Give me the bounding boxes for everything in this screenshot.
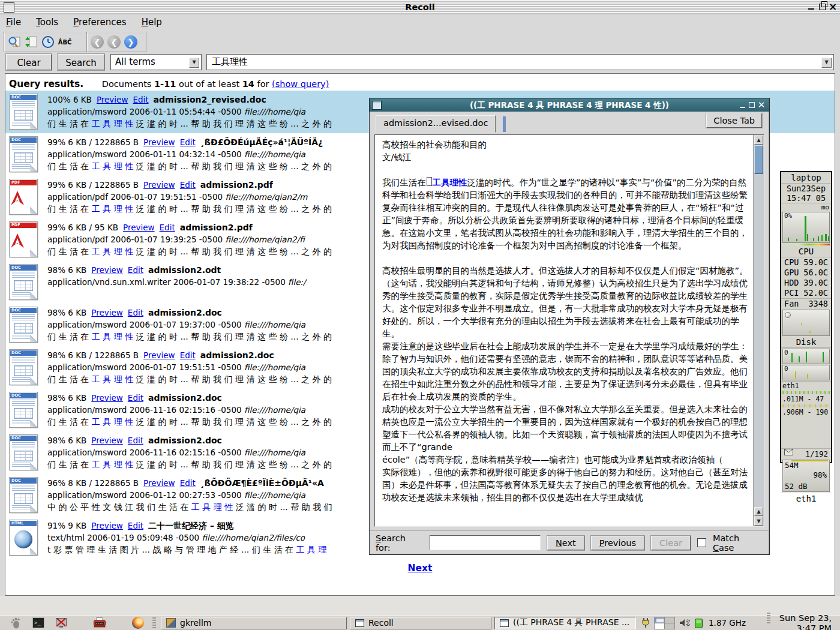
first-page-icon[interactable]: ❮: [89, 34, 106, 50]
firefox-icon[interactable]: [131, 616, 145, 629]
result-filename: admission2.doc: [200, 350, 274, 360]
close-button[interactable]: ×: [828, 2, 838, 12]
gkrellm-hostname: laptop: [781, 172, 831, 184]
preview-minimize-button[interactable]: [737, 102, 747, 108]
edit-link[interactable]: Edit: [180, 478, 196, 488]
power-plug-icon[interactable]: [641, 617, 650, 628]
preview-titlebar[interactable]: ((工 PHRASE 4 具 PHRASE 4 理 PHRASE 4 性)) ✕: [370, 98, 769, 112]
mem-used: 54M: [785, 461, 799, 470]
edit-link[interactable]: Edit: [180, 180, 196, 190]
search-mode-combo[interactable]: All terms ▼: [110, 54, 202, 70]
taskbar-clock[interactable]: Sun Sep 23, 3:47 PM: [779, 613, 832, 630]
clear-button[interactable]: Clear: [6, 54, 52, 70]
result-url: file:///home/qia: [244, 490, 305, 500]
text-segment: 们 生 活 在: [47, 161, 92, 171]
search-button[interactable]: Search: [58, 54, 104, 70]
highlighted-term: 工具理性: [433, 178, 467, 187]
preview-link[interactable]: Preview: [143, 180, 175, 190]
highlighted-term: 工 具 理 性: [92, 374, 133, 384]
menu-tools[interactable]: Tools: [36, 14, 58, 30]
edit-link[interactable]: Edit: [128, 521, 143, 530]
menu-preferences[interactable]: Preferences: [73, 14, 126, 30]
find-input[interactable]: [430, 535, 541, 550]
preview-maximize-button[interactable]: [747, 102, 757, 108]
preview-text-area[interactable]: 高校招生的社会功能和目的 文/钱江我们生活在工具理性泛滥的时代。作为“世之显学”…: [374, 134, 764, 527]
edit-link[interactable]: Edit: [133, 95, 148, 104]
lock-screen-icon[interactable]: [54, 616, 68, 629]
workspace-1[interactable]: [655, 617, 664, 623]
edit-link[interactable]: Edit: [128, 308, 143, 317]
scroll-up2-icon[interactable]: ▲: [754, 507, 763, 516]
preview-window-menu-icon[interactable]: [372, 101, 382, 110]
match-case-checkbox[interactable]: [697, 538, 706, 547]
edit-link[interactable]: Edit: [128, 436, 143, 445]
missing-glyph-box: [427, 177, 432, 186]
scroll-down-icon[interactable]: ▼: [754, 517, 763, 526]
next-page-icon[interactable]: ❯: [122, 34, 139, 50]
terminal-icon[interactable]: >_: [31, 616, 46, 629]
edit-link[interactable]: Edit: [128, 265, 143, 275]
workspace-pager[interactable]: [654, 617, 675, 629]
preview-link[interactable]: Preview: [123, 223, 155, 232]
typewriter-icon[interactable]: [92, 616, 107, 629]
query-input[interactable]: 工具理性 ▼: [206, 54, 834, 70]
preview-link[interactable]: Preview: [143, 350, 175, 360]
restore-button[interactable]: [817, 2, 827, 12]
edit-link[interactable]: Edit: [180, 350, 196, 360]
text-segment: 泛 滥 的 时 ... 帮 助 我 们 理 清 这 些 纷 ... 之 外 的: [133, 161, 332, 171]
sort-by-date-icon[interactable]: [40, 34, 56, 50]
task-button-label: Recoll: [368, 618, 394, 628]
preview-scrollbar[interactable]: ▲ ▲ ▼: [753, 135, 764, 526]
show-query-link[interactable]: (show query): [272, 79, 329, 89]
menu-help[interactable]: Help: [142, 14, 162, 30]
doc-file-icon: DOC: [9, 477, 38, 513]
result-relevance-size: 98% 6 KB / 1228865 B: [47, 350, 139, 360]
sort-icon[interactable]: [23, 34, 40, 50]
result-mime-date: application/msword 2006-01-11 04:32:14 -…: [47, 149, 244, 159]
preview-link[interactable]: Preview: [91, 521, 123, 530]
minimize-button[interactable]: [806, 2, 816, 12]
task-button[interactable]: gkrellm: [161, 617, 347, 629]
term-explorer-icon[interactable]: ÅBĈ: [56, 34, 73, 50]
task-button[interactable]: ((工 PHRASE 4 具 PHRASE ...: [494, 617, 636, 629]
preview-link[interactable]: Preview: [143, 478, 175, 488]
close-tab-button[interactable]: Close Tab: [706, 113, 762, 128]
menubar: File Tools Preferences Help: [0, 14, 840, 30]
cpu-freq-icon[interactable]: [694, 617, 703, 629]
recoll-titlebar[interactable]: Recoll ×: [0, 0, 840, 15]
edit-link[interactable]: Edit: [160, 223, 175, 232]
scrollbar-thumb[interactable]: [754, 145, 763, 174]
menu-file[interactable]: File: [6, 14, 21, 30]
edit-link[interactable]: Edit: [128, 393, 143, 403]
preview-tab[interactable]: admission2...evised.doc: [376, 115, 496, 133]
edit-link[interactable]: Edit: [180, 137, 196, 147]
find-clear-button[interactable]: Clear: [651, 536, 691, 550]
workspace-2[interactable]: [665, 617, 674, 623]
taskbar-separator[interactable]: [152, 617, 156, 628]
workspace-3[interactable]: [655, 623, 664, 629]
volume-icon[interactable]: [679, 618, 690, 628]
preview-link[interactable]: Preview: [91, 265, 123, 275]
preview-link[interactable]: Preview: [91, 308, 123, 317]
query-dropdown-arrow[interactable]: ▼: [821, 58, 832, 68]
prev-page-icon[interactable]: ❮: [106, 34, 122, 50]
mem-krell: [791, 460, 828, 461]
text-segment: 们 生 活 在: [47, 460, 92, 469]
new-query-icon[interactable]: [6, 34, 23, 50]
find-previous-button[interactable]: Previous: [591, 536, 644, 550]
preview-link[interactable]: Preview: [143, 137, 175, 147]
result-mime-date: application/pdf 2006-01-07 19:51:51 -050…: [47, 192, 225, 202]
preview-link[interactable]: Preview: [91, 436, 123, 445]
window-icon: [500, 619, 509, 627]
workspace-4[interactable]: [665, 623, 674, 629]
gnome-foot-icon[interactable]: [8, 616, 23, 629]
preview-link[interactable]: Preview: [97, 95, 128, 104]
scroll-up-icon[interactable]: ▲: [754, 136, 763, 145]
find-next-button[interactable]: Next: [547, 536, 584, 550]
next-results-link[interactable]: Next: [5, 563, 835, 574]
task-button[interactable]: Recoll: [350, 617, 491, 629]
preview-close-button[interactable]: ✕: [757, 99, 766, 111]
chevron-down-icon[interactable]: ▼: [189, 58, 199, 68]
disk-chart-1: 0: [782, 349, 830, 364]
preview-link[interactable]: Preview: [91, 393, 123, 403]
